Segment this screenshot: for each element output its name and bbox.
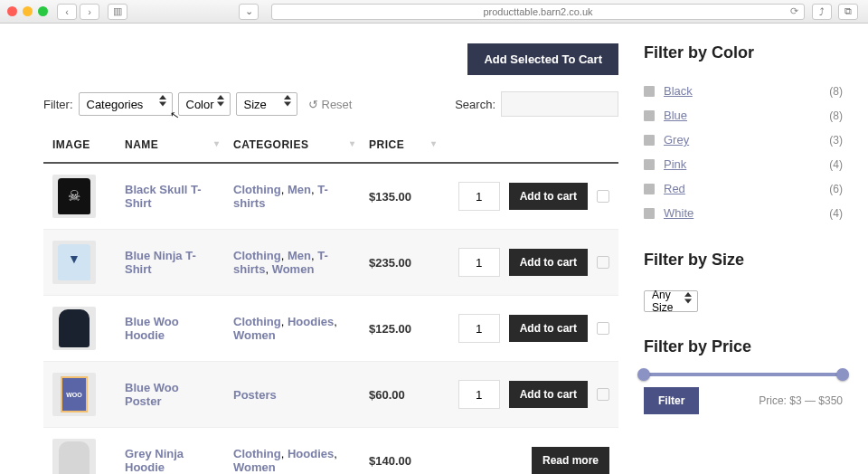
product-price: $235.00 <box>360 230 441 296</box>
color-link[interactable]: Grey <box>664 133 689 147</box>
table-row: Blue Woo PosterPosters$60.00Add to cart <box>43 362 618 428</box>
slider-handle-max[interactable] <box>836 368 849 381</box>
category-link[interactable]: Women <box>233 328 276 342</box>
col-actions <box>441 128 618 163</box>
product-thumb[interactable] <box>52 175 96 218</box>
quantity-input[interactable] <box>458 248 500 277</box>
filter-color-title: Filter by Color <box>644 43 843 62</box>
quantity-input[interactable] <box>458 380 500 409</box>
product-name-link[interactable]: Grey Ninja Hoodie <box>125 447 184 474</box>
undo-icon: ↺ <box>308 98 318 111</box>
color-filter-item[interactable]: White(4) <box>644 201 843 225</box>
close-window-icon[interactable] <box>7 6 17 16</box>
color-link[interactable]: Pink <box>664 157 686 171</box>
product-name-link[interactable]: Blue Ninja T-Shirt <box>125 249 196 276</box>
row-checkbox[interactable] <box>597 322 609 335</box>
address-bar[interactable]: producttable.barn2.co.uk ⟳ <box>271 4 805 20</box>
search-input[interactable] <box>501 91 618 117</box>
row-checkbox[interactable] <box>597 388 609 401</box>
category-link[interactable]: Hoodies <box>288 315 334 328</box>
category-link[interactable]: Clothing <box>233 447 281 460</box>
filter-price-button[interactable]: Filter <box>644 387 699 414</box>
color-filter-item[interactable]: Black(8) <box>644 79 843 103</box>
category-link[interactable]: Women <box>272 262 315 276</box>
add-to-cart-button[interactable]: Read more <box>532 447 609 474</box>
any-size-select[interactable]: Any Size <box>644 290 698 312</box>
product-name-link[interactable]: Black Skull T-Shirt <box>125 183 202 210</box>
maximize-window-icon[interactable] <box>38 6 48 16</box>
row-checkbox[interactable] <box>597 190 609 203</box>
table-row: Grey Ninja HoodieClothing, Hoodies, Wome… <box>43 428 618 475</box>
product-name-link[interactable]: Blue Woo Poster <box>125 381 179 408</box>
categories-select[interactable]: Categories <box>79 92 173 116</box>
sidebar-toggle-icon[interactable]: ▥ <box>108 4 127 20</box>
color-link[interactable]: Black <box>664 84 693 98</box>
category-link[interactable]: Men <box>288 183 311 196</box>
category-link[interactable]: Clothing <box>233 183 281 196</box>
price-slider[interactable] <box>644 373 843 376</box>
col-categories[interactable]: CATEGORIES <box>224 128 360 163</box>
row-checkbox[interactable] <box>597 256 609 269</box>
product-price: $125.00 <box>360 296 441 362</box>
category-link[interactable]: Men <box>288 249 311 262</box>
reset-link[interactable]: ↺Reset <box>308 98 353 111</box>
col-price[interactable]: PRICE <box>360 128 441 163</box>
add-to-cart-button[interactable]: Add to cart <box>509 249 588 276</box>
add-to-cart-button[interactable]: Add to cart <box>509 381 588 408</box>
main-content: Add Selected To Cart Filter: Categories … <box>43 43 644 474</box>
table-row: Blue Woo HoodieClothing, Hoodies, Women$… <box>43 296 618 362</box>
add-selected-to-cart-button[interactable]: Add Selected To Cart <box>467 43 618 75</box>
table-row: Blue Ninja T-ShirtClothing, Men, T-shirt… <box>43 230 618 296</box>
product-thumb[interactable] <box>52 307 96 350</box>
filter-price-title: Filter by Price <box>644 337 843 356</box>
color-count: (8) <box>829 109 843 122</box>
color-count: (3) <box>829 134 843 147</box>
color-count: (8) <box>829 85 843 98</box>
color-link[interactable]: Blue <box>664 109 687 122</box>
col-name[interactable]: NAME <box>116 128 224 163</box>
col-image: IMAGE <box>43 128 116 163</box>
minimize-window-icon[interactable] <box>23 6 33 16</box>
color-swatch-icon <box>644 208 655 219</box>
color-swatch-icon <box>644 110 655 121</box>
quantity-input[interactable] <box>458 182 500 211</box>
category-link[interactable]: Clothing <box>233 249 281 262</box>
product-thumb[interactable] <box>52 439 96 474</box>
slider-handle-min[interactable] <box>637 368 650 381</box>
product-price: $60.00 <box>360 362 441 428</box>
color-select[interactable]: Color <box>178 92 231 116</box>
share-icon[interactable]: ⤴ <box>812 4 832 20</box>
category-link[interactable]: Clothing <box>233 315 281 328</box>
browser-chrome: ‹ › ▥ ⌄ producttable.barn2.co.uk ⟳ ⤴ ⧉ <box>0 0 868 24</box>
product-name-link[interactable]: Blue Woo Hoodie <box>125 315 179 342</box>
color-link[interactable]: White <box>664 206 693 220</box>
product-price: $140.00 <box>360 428 441 475</box>
category-link[interactable]: Women <box>233 460 276 474</box>
price-range-label: Price: $3 — $350 <box>759 394 843 407</box>
quantity-input[interactable] <box>458 314 500 343</box>
size-select[interactable]: Size <box>236 92 297 116</box>
color-filter-item[interactable]: Blue(8) <box>644 103 843 128</box>
search-label: Search: <box>455 98 495 111</box>
reload-icon[interactable]: ⟳ <box>790 5 798 17</box>
filter-row: Filter: Categories Color Size ↺Reset Sea… <box>43 91 618 117</box>
back-button[interactable]: ‹ <box>57 4 77 20</box>
category-link[interactable]: Posters <box>233 388 277 402</box>
color-swatch-icon <box>644 86 655 97</box>
color-filter-item[interactable]: Red(6) <box>644 176 843 201</box>
add-to-cart-button[interactable]: Add to cart <box>509 315 588 342</box>
product-thumb[interactable] <box>52 373 96 416</box>
forward-button[interactable]: › <box>80 4 99 20</box>
color-filter-item[interactable]: Pink(4) <box>644 152 843 176</box>
product-thumb[interactable] <box>52 241 96 284</box>
color-link[interactable]: Red <box>664 182 685 195</box>
product-price: $135.00 <box>360 163 441 230</box>
color-count: (6) <box>829 183 843 195</box>
add-to-cart-button[interactable]: Add to cart <box>509 183 588 210</box>
window-controls <box>7 6 48 16</box>
category-link[interactable]: Hoodies <box>288 447 334 460</box>
color-filter-item[interactable]: Grey(3) <box>644 128 843 152</box>
pocket-icon[interactable]: ⌄ <box>239 4 259 20</box>
tabs-icon[interactable]: ⧉ <box>838 4 858 20</box>
filter-size-title: Filter by Size <box>644 251 843 270</box>
